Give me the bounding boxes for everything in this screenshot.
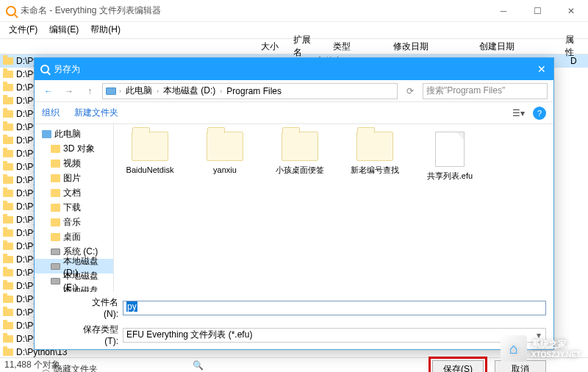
tree-label: 本地磁盘 (F:) (63, 285, 113, 293)
menu-edit[interactable]: 编辑(E) (45, 22, 83, 38)
maximize-button[interactable]: ☐ (520, 0, 554, 22)
watermark-text: 系统之家 (531, 338, 581, 351)
tree-item[interactable]: 3D 对象 (35, 141, 113, 156)
watermark-logo: ⌂ (501, 335, 527, 362)
file-label: BaiduNetdisk (126, 165, 174, 175)
folder-icon (207, 132, 243, 161)
app-icon (6, 6, 16, 16)
breadcrumb-seg[interactable]: Program Files (223, 86, 284, 96)
menu-file[interactable]: 文件(F) (4, 22, 42, 38)
file-item[interactable]: BaiduNetdisk (123, 132, 177, 175)
file-item[interactable]: 小孩桌面便签 (273, 132, 327, 175)
drive-icon (51, 263, 60, 270)
folder-icon (3, 163, 13, 171)
folder-icon (51, 160, 60, 168)
tree-item[interactable]: 桌面 (35, 229, 113, 244)
dialog-titlebar: 另存为 ✕ (35, 58, 553, 80)
folder-icon (51, 218, 60, 226)
file-label: 小孩桌面便签 (276, 165, 324, 175)
tree-label: 音乐 (63, 216, 81, 229)
filetype-select[interactable]: EFU Everything 文件列表 (*.efu) (123, 328, 546, 343)
folder-icon (51, 233, 60, 241)
col-created[interactable]: 创建日期 (472, 40, 558, 53)
folder-icon (3, 229, 13, 237)
tree-label: 视频 (63, 157, 81, 170)
computer-icon (106, 87, 116, 95)
tree-label: 桌面 (63, 231, 81, 243)
tree-item[interactable]: 音乐 (35, 215, 113, 229)
nav-back-button[interactable]: ← (40, 83, 57, 99)
folder-icon (3, 282, 13, 290)
minimize-button[interactable]: ─ (487, 0, 520, 22)
save-button[interactable]: 保存(S) (432, 360, 484, 372)
folder-icon (3, 71, 13, 78)
search-input[interactable]: 搜索"Program Files" (423, 83, 548, 99)
filename-input[interactable]: py (123, 301, 546, 315)
tree-item[interactable]: 视频 (35, 156, 113, 171)
new-folder-button[interactable]: 新建文件夹 (74, 107, 118, 119)
col-size[interactable]: 大小 (251, 40, 286, 53)
refresh-button[interactable]: ⟳ (402, 83, 418, 99)
folder-icon (3, 322, 13, 329)
search-placeholder: 搜索"Program Files" (426, 85, 505, 97)
col-type[interactable]: 类型 (326, 40, 387, 53)
dialog-nav: ← → ↑ › 此电脑 › 本地磁盘 (D:) › Program Files … (35, 80, 553, 102)
folder-icon (3, 57, 13, 65)
nav-forward-button[interactable]: → (61, 83, 77, 99)
folder-icon (51, 204, 60, 212)
dialog-title: 另存为 (54, 63, 80, 76)
menu-help[interactable]: 帮助(H) (86, 22, 125, 38)
tree-item[interactable]: 本地磁盘 (F:) (35, 288, 113, 292)
tree-item[interactable]: 文档 (35, 185, 113, 200)
file-label: yanxiu (213, 165, 237, 175)
chevron-right-icon: › (220, 87, 222, 95)
col-modified[interactable]: 修改日期 (386, 40, 472, 53)
tree-label: 此电脑 (54, 128, 81, 140)
dialog-footer: ︿ 隐藏文件夹 保存(S) 取消 (35, 354, 553, 372)
save-highlight: 保存(S) (429, 357, 487, 372)
chevron-right-icon: › (157, 87, 159, 95)
breadcrumb[interactable]: › 此电脑 › 本地磁盘 (D:) › Program Files (102, 83, 398, 99)
folder-icon (3, 150, 13, 157)
folder-icon (3, 97, 13, 104)
filetype-label: 保存类型(T): (79, 323, 118, 346)
breadcrumb-seg[interactable]: 本地磁盘 (D:) (160, 85, 218, 97)
breadcrumb-seg[interactable]: 此电脑 (123, 85, 155, 97)
dialog-close-button[interactable]: ✕ (537, 63, 546, 75)
folder-icon (3, 243, 13, 250)
tree-label: 下载 (63, 201, 81, 214)
tree-item[interactable]: 下载 (35, 200, 113, 215)
folder-icon (3, 124, 13, 131)
file-item[interactable]: 新老编号查找 (348, 132, 402, 175)
nav-up-button[interactable]: ↑ (82, 83, 98, 99)
folder-icon (282, 132, 318, 161)
tree-label: 3D 对象 (63, 143, 95, 155)
organize-button[interactable]: 组织 (42, 107, 60, 119)
folder-icon (3, 256, 13, 263)
drive-icon (51, 278, 60, 285)
tree-item[interactable]: 图片 (35, 171, 113, 185)
file-label: 共享列表.efu (427, 171, 473, 181)
help-icon[interactable]: ? (533, 107, 546, 120)
file-label: 新老编号查找 (351, 165, 399, 175)
folder-icon (3, 84, 13, 91)
folder-icon (3, 348, 13, 356)
folder-icon (51, 189, 60, 197)
chevron-up-icon: ︿ (42, 363, 51, 373)
view-options-button[interactable]: ☰▾ (509, 106, 527, 121)
folder-icon (51, 145, 60, 153)
file-item[interactable]: yanxiu (198, 132, 252, 175)
row-attr: D (570, 56, 588, 66)
cancel-button[interactable]: 取消 (495, 360, 546, 372)
folder-icon (3, 203, 13, 210)
close-button[interactable]: ✕ (554, 0, 588, 22)
file-item[interactable]: 共享列表.efu (423, 132, 477, 181)
chevron-right-icon: › (119, 87, 121, 95)
folder-tree[interactable]: 此电脑3D 对象视频图片文档下载音乐桌面系统 (C:)本地磁盘 (D:)本地磁盘… (35, 124, 114, 292)
tree-item[interactable]: 此电脑 (35, 126, 113, 141)
column-headers: 大小 扩展名 类型 修改日期 创建日期 属性 (0, 38, 588, 54)
file-area[interactable]: BaiduNetdisk yanxiu 小孩桌面便签 新老编号查找 共享列表.e… (114, 124, 553, 292)
folder-icon (3, 269, 13, 276)
folder-icon (3, 176, 13, 184)
hide-folders-button[interactable]: ︿ 隐藏文件夹 (42, 363, 98, 373)
